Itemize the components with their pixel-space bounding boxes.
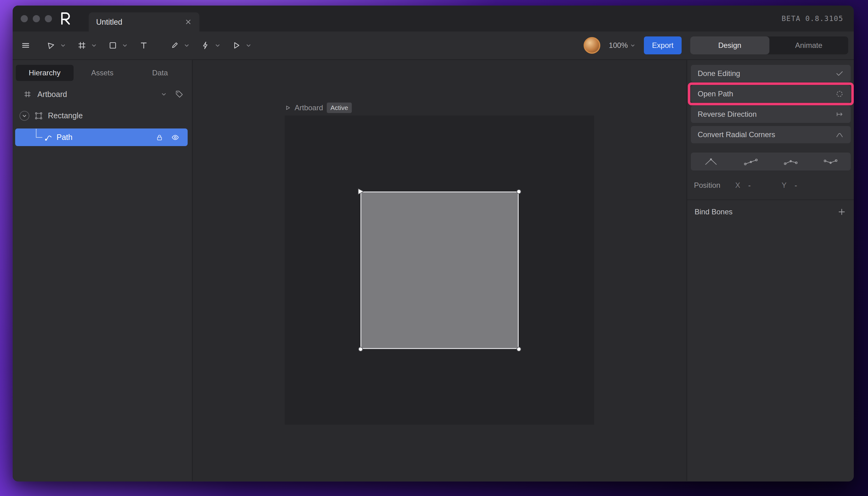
position-label: Position <box>694 181 720 190</box>
shape-vertices-icon <box>34 111 43 120</box>
toolbar: 100% Export Design Animate <box>13 31 854 60</box>
rive-logo-icon <box>60 12 71 25</box>
artboard-frame-icon <box>23 90 32 98</box>
corner-vertex-icon[interactable] <box>691 153 731 170</box>
reverse-direction-button[interactable]: Reverse Direction <box>691 106 851 123</box>
close-window-button[interactable] <box>21 15 28 22</box>
asymmetric-vertex-icon[interactable] <box>811 153 851 170</box>
path-row-label: Path <box>57 133 72 142</box>
lock-icon[interactable] <box>155 134 164 141</box>
zoom-dropdown-icon <box>630 43 635 48</box>
bind-bones-label: Bind Bones <box>694 207 733 216</box>
chevron-down-icon[interactable] <box>161 91 167 97</box>
position-x-label: X <box>735 181 740 190</box>
document-tab[interactable]: Untitled <box>89 12 199 31</box>
convert-radial-corners-button[interactable]: Convert Radial Corners <box>691 126 851 143</box>
tab-data[interactable]: Data <box>131 65 189 81</box>
tree-connector-line <box>34 129 43 146</box>
expand-toggle-icon[interactable] <box>19 111 29 121</box>
vertex-start-handle[interactable] <box>357 188 364 195</box>
position-y-value[interactable]: - <box>794 181 797 190</box>
open-path-label: Open Path <box>698 90 733 98</box>
select-tool-button[interactable] <box>43 37 59 53</box>
position-x-value[interactable]: - <box>748 181 750 190</box>
panel-divider <box>687 200 854 200</box>
bolt-tool-button[interactable] <box>197 37 214 53</box>
play-tool-button[interactable] <box>228 37 244 53</box>
bolt-tool-dropdown-icon[interactable] <box>214 37 222 53</box>
rectangle-row-label: Rectangle <box>48 111 83 120</box>
tab-title: Untitled <box>96 18 122 27</box>
artboard-play-icon <box>285 105 291 111</box>
menu-hamburger-icon[interactable] <box>18 37 34 53</box>
eye-icon[interactable] <box>171 133 180 142</box>
vertex-handle[interactable] <box>517 189 521 194</box>
done-editing-label: Done Editing <box>698 69 740 78</box>
pen-tool-dropdown-icon[interactable] <box>183 37 191 53</box>
select-tool-dropdown-icon[interactable] <box>59 37 67 53</box>
position-y-label: Y <box>781 181 787 190</box>
mode-segmented-control: Design Animate <box>690 36 848 55</box>
zoom-window-button[interactable] <box>45 15 52 22</box>
tree-row-path-selected[interactable]: Path <box>15 128 188 146</box>
vertex-handle[interactable] <box>358 347 363 352</box>
rectangle-shape[interactable] <box>360 191 519 349</box>
artboard-caption[interactable]: Artboard Active <box>285 103 352 113</box>
tab-assets[interactable]: Assets <box>74 65 131 81</box>
convert-radial-corners-label: Convert Radial Corners <box>698 130 775 139</box>
reverse-direction-icon <box>835 110 844 119</box>
tab-close-icon[interactable] <box>184 18 192 26</box>
shape-tool-button[interactable] <box>105 37 121 53</box>
tab-animate[interactable]: Animate <box>769 36 849 55</box>
user-avatar[interactable] <box>584 37 600 54</box>
check-icon <box>835 69 844 78</box>
radial-corners-icon <box>835 130 844 139</box>
play-tool-dropdown-icon[interactable] <box>244 37 253 53</box>
beta-version-label: BETA 0.8.3105 <box>781 5 843 31</box>
vertex-handle[interactable] <box>517 347 521 352</box>
status-badge: Active <box>327 103 352 113</box>
tag-icon[interactable] <box>175 90 183 98</box>
position-row: Position X - Y - <box>694 179 849 191</box>
mirrored-vertex-icon[interactable] <box>731 153 770 170</box>
add-bone-button[interactable] <box>837 207 847 217</box>
zoom-level: 100% <box>609 41 628 50</box>
path-icon <box>44 133 53 142</box>
tree-row-artboard[interactable]: Artboard <box>13 85 192 103</box>
done-editing-button[interactable]: Done Editing <box>691 65 851 82</box>
artboard-tool-dropdown-icon[interactable] <box>90 37 98 53</box>
reverse-direction-label: Reverse Direction <box>698 110 757 119</box>
open-path-button[interactable]: Open Path <box>691 85 851 103</box>
hierarchy-sidebar: Hierarchy Assets Data Artboard <box>13 60 193 481</box>
titlebar: Untitled BETA 0.8.3105 <box>13 5 854 31</box>
traffic-lights <box>21 15 52 22</box>
canvas-stage[interactable]: Artboard Active <box>193 60 687 481</box>
shape-tool-dropdown-icon[interactable] <box>121 37 129 53</box>
tree-row-rectangle[interactable]: Rectangle <box>13 107 192 124</box>
app-window: Untitled BETA 0.8.3105 <box>13 5 854 481</box>
artboard-tool-button[interactable] <box>74 37 90 53</box>
open-path-icon <box>835 90 844 98</box>
inspector-panel: Done Editing Open Path Reverse Direction <box>687 60 854 481</box>
vertex-type-toolbar <box>691 153 851 170</box>
artboard-surface[interactable] <box>285 115 594 425</box>
detached-vertex-icon[interactable] <box>771 153 811 170</box>
pen-tool-button[interactable] <box>167 37 183 53</box>
export-button[interactable]: Export <box>644 36 682 55</box>
minimize-window-button[interactable] <box>33 15 40 22</box>
artboard-row-label: Artboard <box>38 90 67 99</box>
sidebar-tabs: Hierarchy Assets Data <box>16 65 189 81</box>
tab-design[interactable]: Design <box>690 36 769 55</box>
desktop-background: Untitled BETA 0.8.3105 <box>0 0 868 496</box>
tab-hierarchy[interactable]: Hierarchy <box>16 65 74 81</box>
zoom-control[interactable]: 100% <box>609 41 635 50</box>
artboard-caption-label: Artboard <box>295 104 323 112</box>
bind-bones-row: Bind Bones <box>687 203 854 220</box>
text-tool-button[interactable] <box>136 37 152 53</box>
